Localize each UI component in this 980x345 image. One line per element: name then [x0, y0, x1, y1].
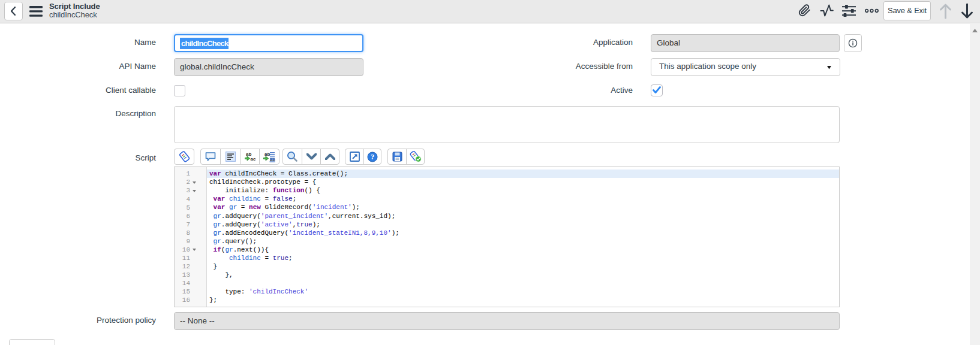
svg-text:?: ? — [371, 153, 374, 161]
svg-text:ac: ac — [251, 156, 256, 162]
